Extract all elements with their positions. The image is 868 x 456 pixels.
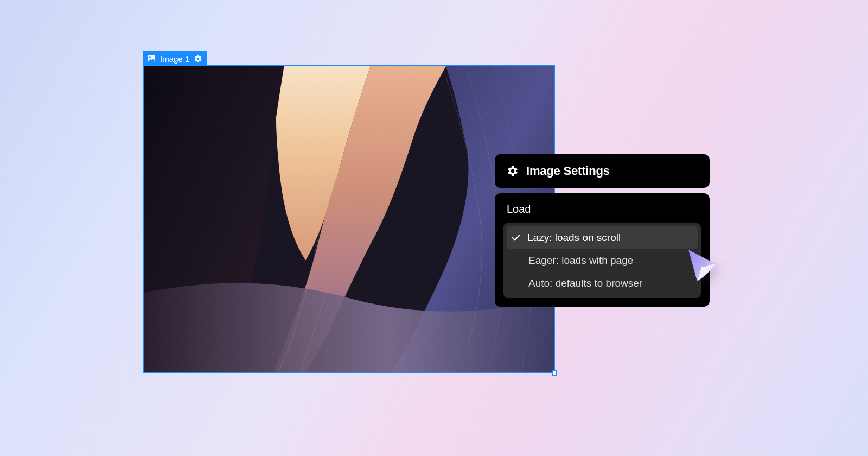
svg-point-1 [149,56,151,58]
option-label: Lazy: loads on scroll [527,232,621,244]
image-settings-panel: Image Settings Load Lazy: loads on scrol… [495,154,710,307]
selection-label: Image 1 [160,54,189,64]
image-icon [147,54,156,63]
resize-handle[interactable] [552,370,557,376]
image-placeholder [144,66,554,372]
load-option-eager[interactable]: Eager: loads with page [503,249,701,272]
option-label: Eager: loads with page [528,255,633,267]
load-option-list: Lazy: loads on scroll Eager: loads with … [503,223,701,298]
gear-icon [507,165,519,177]
panel-title: Image Settings [526,164,610,178]
load-option-lazy[interactable]: Lazy: loads on scroll [507,226,698,249]
load-section-label: Load [503,203,701,216]
selection-tab[interactable]: Image 1 [143,51,207,66]
panel-body: Load Lazy: loads on scroll Eager: loads … [495,193,710,307]
load-option-auto[interactable]: Auto: defaults to browser [503,272,701,295]
selected-image-frame[interactable]: Image 1 [143,65,555,373]
gear-icon[interactable] [194,54,202,63]
check-icon [511,233,521,243]
option-label: Auto: defaults to browser [528,277,642,289]
panel-header[interactable]: Image Settings [495,154,710,188]
